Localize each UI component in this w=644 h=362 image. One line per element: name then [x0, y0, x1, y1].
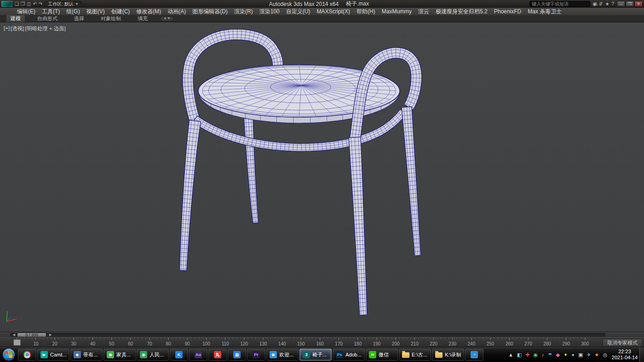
taskbar-button-app-wan[interactable]: 丸 [208, 349, 227, 361]
taskbar-buttons: ▶Camt...◆带有...◉家具...◉人民...KAu丸▦Pr◉欢迎...3… [17, 347, 484, 362]
app-wan-icon: 丸 [214, 351, 221, 358]
current-frame-marker[interactable] [14, 339, 21, 345]
wechat-icon: ✉ [369, 351, 376, 358]
menu-item[interactable]: 视图(V) [83, 8, 108, 15]
hidden-icons-icon[interactable]: ▲ [508, 352, 513, 357]
tray-app-5-icon[interactable]: ☂ [548, 352, 552, 357]
menu-item[interactable]: 渲染(R) [231, 8, 256, 15]
menu-item[interactable]: 编辑(E) [14, 8, 39, 15]
app-tiles-icon: ▦ [233, 351, 241, 358]
viewport-menu-general[interactable]: [+] [4, 25, 10, 32]
menu-item[interactable]: 修改器(M) [133, 8, 164, 15]
menu-item[interactable]: 渲云 [415, 8, 432, 15]
tray-app-7-icon[interactable]: ✦ [564, 352, 568, 357]
menu-item[interactable]: 工具(T) [39, 8, 63, 15]
ribbon-tab[interactable]: 自由形式 [33, 15, 62, 22]
taskbar-button-welcome[interactable]: ◉欢迎... [266, 349, 299, 361]
svg-text:300: 300 [581, 341, 589, 346]
taskbar-button-camtasia[interactable]: ▶Camt... [37, 349, 69, 361]
search-icon[interactable] [594, 2, 597, 6]
menu-item[interactable]: 创建(C) [108, 8, 133, 15]
menu-item[interactable]: 组(G) [63, 8, 83, 15]
document-title: 椅子.max [346, 0, 369, 8]
taskbar-button-label: 家具... [116, 351, 131, 358]
tray-app-3-icon[interactable]: ◉ [534, 352, 538, 357]
viewport[interactable]: [+] [透视] [明暗处理 + 边面] [0, 22, 644, 332]
ribbon-tab[interactable]: 建模 [6, 15, 25, 22]
svg-text:210: 210 [411, 341, 419, 346]
network-icon[interactable]: ◎ [603, 352, 607, 357]
undo-icon[interactable]: ↶ [33, 0, 36, 8]
workspace-label: 工作区: 默认 [48, 1, 74, 7]
taskbar-button-app-tiles[interactable]: ▦ [228, 349, 246, 361]
window-controls: —❐✕ [616, 1, 643, 7]
folder-k-icon [435, 352, 443, 358]
show-desktop-button[interactable] [639, 347, 644, 362]
redo-icon[interactable]: ↷ [39, 0, 42, 8]
tray-app-8-icon[interactable]: ● [571, 352, 575, 357]
time-slider-track[interactable] [10, 333, 605, 337]
taskbar-button-photoshop[interactable]: PsAdob... [333, 349, 365, 361]
menu-item[interactable]: 渲染100 [256, 8, 283, 15]
menu-item[interactable]: 极速瘦身安全归档5.2 [432, 8, 491, 15]
viewport-menu-shading[interactable]: [明暗处理 + 边面] [25, 25, 66, 32]
taskbar-button-chrome[interactable] [18, 349, 36, 361]
open-icon[interactable]: ❐ [21, 0, 25, 8]
tray-app-9-icon[interactable]: ▣ [578, 352, 583, 357]
menu-item[interactable]: Max 杀毒卫士 [524, 8, 565, 15]
app-logo-icon[interactable] [1, 1, 12, 7]
taskbar-button-browser-renmin[interactable]: ◉人民... [137, 349, 169, 361]
workspace-dropdown[interactable]: 工作区: 默认 [45, 1, 81, 7]
tray-app-11-icon[interactable]: ★ [595, 352, 599, 357]
taskbar-button-3dsmax[interactable]: 3椅子... [299, 349, 332, 361]
taskbar-button-folder-e[interactable]: E:\古... [399, 349, 431, 361]
stool-model[interactable] [0, 23, 644, 332]
menu-item[interactable]: 图形编辑器(D) [189, 8, 231, 15]
save-icon[interactable]: ◫ [27, 0, 31, 8]
svg-text:20: 20 [52, 341, 58, 346]
svg-text:130: 130 [259, 341, 267, 346]
ribbon-toggle-button[interactable] [160, 16, 174, 21]
tray-app-2-icon[interactable]: ✚ [525, 352, 529, 357]
cancel-expert-mode-button[interactable]: 取消专家模式 [603, 339, 642, 347]
ribbon-tab[interactable]: 填充 [133, 15, 152, 22]
browser-renmin-icon: ◉ [140, 351, 147, 358]
taskbar-clock[interactable]: 22:23 2021-04-14 [610, 349, 639, 361]
menu-item[interactable]: PhoenixFD [491, 8, 524, 15]
viewport-menu-pov[interactable]: [透视] [11, 25, 24, 32]
close-button[interactable]: ✕ [634, 1, 643, 7]
help-icon[interactable]: ? [611, 0, 614, 8]
tray-app-6-icon[interactable]: ◆ [556, 352, 560, 357]
previous-frame-button[interactable] [11, 333, 17, 337]
maximize-button[interactable]: ❐ [626, 1, 634, 7]
favorites-icon[interactable]: ★ [605, 0, 609, 8]
minimize-button[interactable]: — [617, 1, 625, 7]
ribbon-tab[interactable]: 选择 [70, 15, 88, 22]
taskbar-button-folder-k[interactable]: K:\录制 [432, 349, 464, 361]
new-icon[interactable]: ❏ [15, 0, 19, 8]
menu-item[interactable]: 动画(A) [164, 8, 189, 15]
menu-item[interactable]: MAXScript(X) [313, 8, 353, 15]
taskbar-button-label: 带有... [83, 351, 98, 358]
taskbar-button-wechat[interactable]: ✉微信 [366, 349, 398, 361]
taskbar-button-kugou[interactable]: K [170, 349, 188, 361]
world-axis-gizmo [4, 308, 23, 324]
next-frame-button[interactable] [47, 333, 53, 337]
start-button[interactable] [0, 347, 17, 362]
taskbar-button-audition[interactable]: Au [189, 349, 207, 361]
taskbar-button-premiere[interactable]: Pr [247, 349, 265, 361]
tray-app-10-icon[interactable]: ✈ [586, 352, 591, 357]
time-slider-handle[interactable]: 0 / 300 [17, 333, 46, 337]
taskbar-button-browser-jiaju[interactable]: ◉家具... [104, 349, 136, 361]
tray-app-1-icon[interactable]: ◧ [517, 352, 522, 357]
menu-item[interactable]: 帮助(H) [353, 8, 379, 15]
search-input[interactable] [532, 1, 592, 6]
menu-item[interactable]: 自定义(U) [283, 8, 314, 15]
taskbar-button-app-daiyou[interactable]: ◆带有... [70, 349, 103, 361]
menu-item[interactable]: MaxMummy [379, 8, 415, 15]
taskbar-button-app-blue[interactable]: ◔ [465, 349, 483, 361]
ribbon-tab[interactable]: 对象绘制 [97, 15, 125, 22]
tray-app-4-icon[interactable]: ♪ [541, 352, 544, 357]
updates-icon[interactable]: ⇵ [599, 0, 603, 8]
chevron-down-icon [75, 3, 78, 5]
